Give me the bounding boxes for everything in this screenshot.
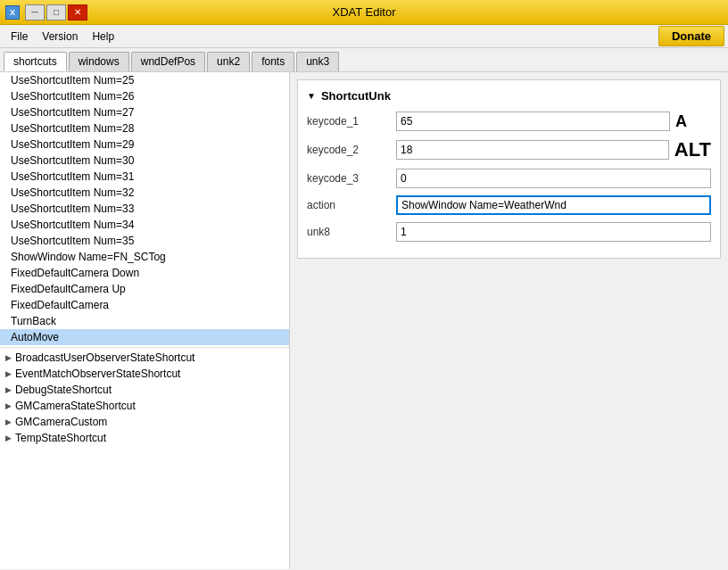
- label-keycode2: keycode_2: [307, 144, 396, 156]
- form-row-keycode2: keycode_2 ALT: [307, 138, 711, 161]
- donate-button[interactable]: Donate: [658, 26, 724, 46]
- list-item[interactable]: UseShortcutItem Num=30: [0, 153, 289, 169]
- list-item[interactable]: UseShortcutItem Num=35: [0, 233, 289, 249]
- group-item[interactable]: ▶ GMCameraCustom: [0, 414, 289, 430]
- form-row-unk8: unk8: [307, 222, 711, 242]
- list-item-selected[interactable]: AutoMove: [0, 329, 289, 345]
- input-keycode1[interactable]: [396, 112, 670, 131]
- label-keycode1: keycode_1: [307, 115, 396, 128]
- input-unk8[interactable]: [396, 222, 711, 242]
- expand-arrow-icon: ▶: [5, 369, 12, 378]
- input-wrapper-keycode1: A: [396, 112, 711, 131]
- list-item[interactable]: UseShortcutItem Num=32: [0, 185, 289, 201]
- form-row-action: action: [307, 195, 711, 215]
- menu-version[interactable]: Version: [35, 29, 85, 45]
- list-divider: [0, 347, 289, 348]
- label-unk8: unk8: [307, 226, 396, 238]
- section-header: ▼ ShortcutUnk: [307, 89, 711, 103]
- input-wrapper-keycode3: [396, 169, 711, 188]
- list-item[interactable]: FixedDefaultCamera Down: [0, 265, 289, 281]
- menu-bar: File Version Help Donate: [0, 25, 728, 48]
- list-item[interactable]: ShowWindow Name=FN_SCTog: [0, 249, 289, 265]
- close-button[interactable]: ✕: [68, 4, 87, 21]
- expand-arrow-icon: ▶: [5, 401, 12, 410]
- list-item[interactable]: UseShortcutItem Num=27: [0, 104, 289, 120]
- list-item[interactable]: FixedDefaultCamera: [0, 297, 289, 313]
- group-label: GMCameraStateShortcut: [15, 400, 136, 412]
- section-collapse-icon[interactable]: ▼: [307, 91, 316, 101]
- list-item[interactable]: UseShortcutItem Num=26: [0, 88, 289, 104]
- list-item[interactable]: UseShortcutItem Num=28: [0, 120, 289, 136]
- tab-unk2[interactable]: unk2: [207, 52, 250, 71]
- right-panel: ▼ ShortcutUnk keycode_1 A keycode_2 ALT: [290, 72, 728, 569]
- keycode2-display: ALT: [674, 138, 711, 161]
- group-item[interactable]: ▶ EventMatchObserverStateShortcut: [0, 366, 289, 382]
- expand-arrow-icon: ▶: [5, 417, 12, 426]
- group-label: TempStateShortcut: [15, 432, 106, 444]
- list-item[interactable]: TurnBack: [0, 313, 289, 329]
- input-wrapper-unk8: [396, 222, 711, 242]
- form-row-keycode3: keycode_3: [307, 169, 711, 188]
- keycode1-display: A: [675, 112, 711, 131]
- expand-arrow-icon: ▶: [5, 385, 12, 394]
- input-wrapper-keycode2: ALT: [396, 138, 711, 161]
- list-item[interactable]: FixedDefaultCamera Up: [0, 281, 289, 297]
- left-panel: UseShortcutItem Num=25 UseShortcutItem N…: [0, 72, 290, 569]
- input-wrapper-action: [396, 195, 711, 215]
- expand-arrow-icon: ▶: [5, 434, 12, 442]
- list-item[interactable]: UseShortcutItem Num=29: [0, 136, 289, 153]
- group-label: GMCameraCustom: [15, 416, 107, 428]
- menu-items: File Version Help: [4, 29, 121, 45]
- label-action: action: [307, 199, 396, 211]
- expand-arrow-icon: ▶: [5, 353, 12, 362]
- main-content: UseShortcutItem Num=25 UseShortcutItem N…: [0, 72, 728, 569]
- label-keycode3: keycode_3: [307, 172, 396, 185]
- group-item[interactable]: ▶ BroadcastUserObserverStateShortcut: [0, 350, 289, 366]
- menu-file[interactable]: File: [4, 29, 35, 45]
- title-bar: X ─ □ ✕ XDAT Editor: [0, 0, 728, 25]
- list-item[interactable]: UseShortcutItem Num=31: [0, 169, 289, 185]
- list-item[interactable]: UseShortcutItem Num=25: [0, 72, 289, 88]
- list-item[interactable]: UseShortcutItem Num=33: [0, 201, 289, 217]
- window-controls: ─ □ ✕: [25, 4, 87, 21]
- group-label: EventMatchObserverStateShortcut: [15, 368, 180, 380]
- group-label: DebugStateShortcut: [15, 384, 112, 396]
- tab-wnddefpos[interactable]: wndDefPos: [131, 52, 205, 71]
- input-action[interactable]: [396, 195, 711, 215]
- minimize-button[interactable]: ─: [25, 4, 45, 21]
- list-item[interactable]: UseShortcutItem Num=34: [0, 217, 289, 233]
- tab-windows[interactable]: windows: [69, 52, 129, 71]
- tab-shortcuts[interactable]: shortcuts: [4, 52, 67, 71]
- restore-button[interactable]: □: [46, 4, 66, 21]
- group-item[interactable]: ▶ TempStateShortcut: [0, 430, 289, 446]
- group-item[interactable]: ▶ DebugStateShortcut: [0, 382, 289, 398]
- group-item[interactable]: ▶ GMCameraStateShortcut: [0, 398, 289, 414]
- list-container[interactable]: UseShortcutItem Num=25 UseShortcutItem N…: [0, 72, 289, 569]
- group-label: BroadcastUserObserverStateShortcut: [15, 351, 194, 364]
- window-title: XDAT Editor: [332, 5, 395, 19]
- form-row-keycode1: keycode_1 A: [307, 112, 711, 131]
- input-keycode2[interactable]: [396, 140, 669, 160]
- tab-bar: shortcuts windows wndDefPos unk2 fonts u…: [0, 48, 728, 72]
- section-title: ShortcutUnk: [321, 89, 391, 103]
- title-bar-left: X ─ □ ✕: [5, 4, 87, 21]
- detail-panel: ▼ ShortcutUnk keycode_1 A keycode_2 ALT: [297, 79, 721, 259]
- menu-help[interactable]: Help: [85, 29, 121, 45]
- window-icon: X: [5, 5, 20, 20]
- tab-fonts[interactable]: fonts: [252, 52, 294, 71]
- input-keycode3[interactable]: [396, 169, 711, 188]
- tab-unk3[interactable]: unk3: [296, 52, 339, 71]
